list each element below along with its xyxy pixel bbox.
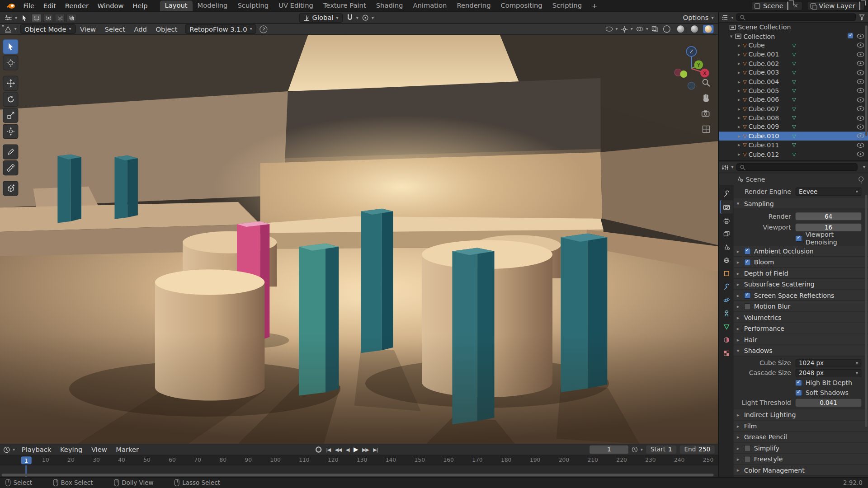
tab-modifiers[interactable] — [720, 280, 733, 293]
options-dropdown[interactable]: Options — [683, 14, 714, 22]
panel-header[interactable]: Volumetrics — [733, 312, 868, 323]
blender-logo-icon[interactable] — [5, 1, 16, 10]
play-button[interactable] — [354, 446, 358, 453]
transform-tool[interactable] — [3, 124, 18, 139]
viewport-samples-field[interactable]: 16 — [796, 224, 862, 231]
outliner-item[interactable]: Cube.012 — [719, 150, 868, 159]
tab-object[interactable] — [720, 267, 733, 280]
disclosure-caret[interactable] — [736, 142, 742, 148]
properties-editor-type-button[interactable] — [722, 164, 734, 170]
workspace-tab[interactable]: Scripting — [547, 0, 587, 11]
outliner-item[interactable]: Cube.004 — [719, 77, 868, 86]
move-tool[interactable] — [3, 76, 18, 91]
visibility-eye-icon[interactable] — [857, 52, 864, 57]
disclosure-caret[interactable] — [736, 97, 742, 103]
start-frame-field[interactable]: Start 1 — [646, 446, 676, 454]
panel-header[interactable]: Bloom — [733, 257, 868, 267]
current-frame-field[interactable]: 1 — [590, 446, 628, 454]
panel-checkbox[interactable] — [744, 445, 751, 451]
current-frame-marker[interactable]: 1 — [21, 456, 32, 464]
visibility-eye-icon[interactable] — [857, 43, 864, 48]
workspace-tab[interactable]: Compositing — [495, 0, 547, 11]
outliner-item[interactable]: Cube.003 — [719, 68, 868, 77]
outliner-item[interactable]: Cube.001 — [719, 50, 868, 59]
outliner-item[interactable]: Cube.007 — [719, 104, 868, 113]
timeline-menu-item[interactable]: View — [87, 444, 111, 455]
next-keyframe-button[interactable] — [362, 447, 369, 452]
workspace-tab[interactable]: Layout — [160, 0, 193, 11]
disclosure-caret[interactable] — [736, 133, 742, 139]
outliner-item[interactable]: Cube.008 — [719, 113, 868, 122]
zoom-button[interactable] — [700, 77, 711, 88]
jump-to-end-button[interactable] — [373, 447, 377, 452]
panel-sampling[interactable]: Sampling — [733, 198, 868, 209]
panel-header[interactable]: Grease Pencil — [733, 432, 868, 442]
end-frame-field[interactable]: End 250 — [680, 446, 715, 454]
app-menu-item[interactable]: Window — [93, 0, 128, 11]
pan-button[interactable] — [700, 92, 711, 103]
collection-row[interactable]: Collection — [719, 32, 868, 41]
tab-material[interactable] — [720, 333, 733, 346]
app-menu-item[interactable]: File — [19, 0, 39, 11]
panel-header[interactable]: Freestyle — [733, 454, 868, 465]
disclosure-caret[interactable] — [736, 124, 742, 130]
properties-search-input[interactable] — [736, 163, 858, 171]
overlays-dropdown[interactable] — [636, 26, 648, 32]
panel-header[interactable]: Simplify — [733, 443, 868, 454]
timeline-menu-item[interactable]: Marker — [112, 444, 143, 455]
object-visibility-dropdown[interactable] — [606, 27, 618, 32]
visibility-eye-icon[interactable] — [857, 143, 864, 148]
gizmo-z-label[interactable]: Z — [690, 49, 693, 55]
tab-view-layer[interactable] — [720, 227, 733, 240]
disclosure-caret[interactable] — [736, 151, 742, 157]
app-menu-item[interactable]: Render — [61, 0, 93, 11]
visibility-eye-icon[interactable] — [857, 124, 864, 129]
camera-view-button[interactable] — [700, 108, 711, 119]
disclosure-caret[interactable] — [736, 115, 742, 121]
visibility-eye-icon[interactable] — [857, 115, 864, 120]
transform-orientation-dropdown[interactable]: Global — [299, 13, 343, 23]
outliner-item[interactable]: Cube.011 — [719, 141, 868, 150]
disclosure-caret[interactable] — [736, 106, 742, 112]
xray-toggle[interactable] — [651, 26, 658, 32]
cube-size-dropdown[interactable]: 1024 px — [796, 359, 862, 367]
tab-object-data[interactable] — [720, 320, 733, 333]
visibility-eye-icon[interactable] — [857, 106, 864, 111]
auto-keying-record-button[interactable] — [316, 446, 321, 452]
workspace-tab[interactable]: Animation — [408, 0, 452, 11]
3d-scene-render[interactable] — [0, 24, 718, 444]
gizmo-y-label[interactable]: Y — [697, 62, 700, 68]
select-mode-new-button[interactable] — [32, 14, 42, 22]
soft-shadows-checkbox[interactable] — [796, 389, 802, 396]
workspace-tab[interactable]: Modeling — [193, 0, 233, 11]
workspace-tab[interactable]: Texture Paint — [318, 0, 371, 11]
viewport-menu-item[interactable]: Add — [130, 24, 151, 35]
tab-output[interactable] — [720, 214, 733, 227]
panel-header[interactable]: Film — [733, 421, 868, 432]
disclosure-caret[interactable] — [736, 61, 742, 66]
play-reverse-button[interactable] — [346, 447, 349, 452]
viewport-denoising-checkbox[interactable] — [796, 235, 802, 242]
app-menu-item[interactable]: Edit — [39, 0, 61, 11]
visibility-eye-icon[interactable] — [857, 97, 864, 102]
panel-checkbox[interactable] — [744, 292, 751, 299]
visibility-eye-icon[interactable] — [857, 134, 864, 139]
viewport-menu-item[interactable]: View — [75, 24, 100, 35]
disclosure-caret[interactable] — [728, 33, 735, 39]
cursor-tool[interactable] — [3, 55, 18, 70]
breadcrumb-scene[interactable]: Scene — [745, 175, 765, 183]
outliner-item[interactable]: Cube.009 — [719, 122, 868, 131]
panel-header[interactable]: Hair — [733, 334, 868, 345]
app-menu-item[interactable]: Help — [128, 0, 152, 11]
add-workspace-button[interactable]: + — [589, 2, 600, 9]
visibility-eye-icon[interactable] — [857, 61, 864, 66]
workspace-tab[interactable]: Shading — [371, 0, 408, 11]
panel-checkbox[interactable] — [744, 248, 751, 254]
render-engine-dropdown[interactable]: Eevee — [796, 187, 862, 195]
falloff-dropdown[interactable] — [372, 15, 374, 20]
shading-wireframe-button[interactable] — [661, 25, 672, 33]
workspace-tab[interactable]: UV Editing — [274, 0, 318, 11]
render-samples-field[interactable]: 64 — [796, 212, 862, 220]
editor-type-button[interactable] — [5, 14, 17, 21]
snap-dropdown[interactable] — [356, 15, 359, 20]
